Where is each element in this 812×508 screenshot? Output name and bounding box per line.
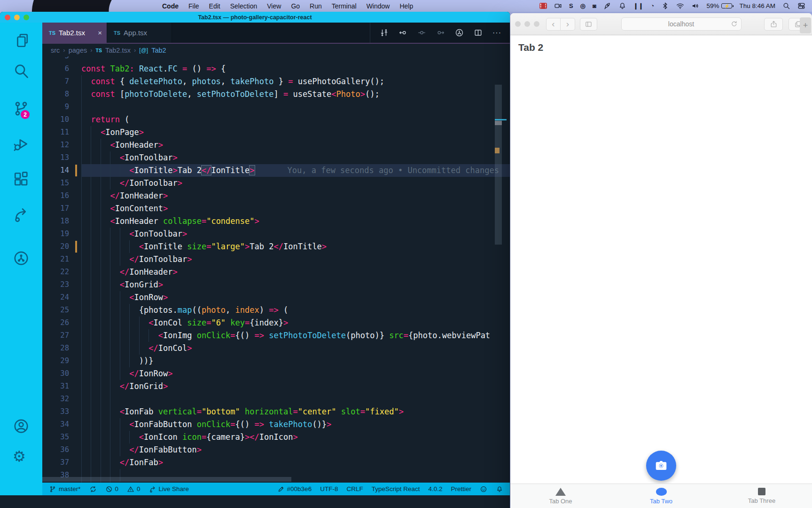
line-number: 31 [42,380,81,393]
sidebar-item-live-share[interactable] [13,206,30,223]
control-center-icon[interactable] [797,2,805,10]
code-editor[interactable]: 56const Tab2: React.FC = () => {7const {… [42,56,510,483]
share-button[interactable] [764,18,783,31]
tab-tab-three[interactable]: Tab Three [711,484,812,508]
breadcrumb-item-file[interactable]: Tab2.tsx [105,47,131,54]
minimize-window-button[interactable] [14,15,20,20]
menu-item-run[interactable]: Run [305,2,327,10]
tab-tab-one[interactable]: Tab One [510,484,611,508]
status-bar-item-eol[interactable]: CRLF [346,485,363,492]
menu-item-terminal[interactable]: Terminal [327,2,361,10]
wifi-icon[interactable] [676,2,684,10]
spotlight-icon[interactable] [782,2,790,10]
indent-guides [81,228,129,240]
status-bar-item-sync[interactable] [89,485,97,493]
status-bar-item-git-branch[interactable]: master* [49,485,81,493]
rocket-icon[interactable] [603,2,611,10]
take-photo-fab-button[interactable] [646,451,676,481]
back-button[interactable]: ‹ [546,18,561,31]
code-token: IonHeader [115,216,158,226]
code-token: < [120,407,125,416]
breadcrumb-item-pages[interactable]: pages [69,47,87,54]
code-token: < [101,127,105,137]
code-token: = [197,407,202,416]
menu-item-selection[interactable]: Selection [226,2,262,10]
more-actions-icon[interactable]: ··· [492,29,501,37]
editor-tab-app-tsx[interactable]: TSApp.tsx [107,23,172,43]
forward-button[interactable]: › [561,18,575,31]
status-bar-item-live-share[interactable]: Live Share [149,485,189,493]
triangle-icon [555,488,566,496]
menu-item-code[interactable]: Code [157,2,183,10]
status-bar-item-language-mode[interactable]: TypeScript React [372,485,420,492]
code-line: 29))} [42,355,510,367]
clock-app-icon[interactable]: ◔ [651,2,655,9]
obs-icon[interactable]: ◙ [593,2,596,9]
status-bar-item-warnings[interactable]: 0 [127,485,141,493]
split-editor-icon[interactable] [474,28,483,37]
sidebar-item-gitlens[interactable] [13,250,30,267]
sidebar-item-extensions[interactable] [13,171,30,188]
bell-icon[interactable] [618,2,626,10]
tab-tab-two[interactable]: Tab Two [611,484,711,508]
tab-label: App.tsx [124,29,147,37]
gitlens-annotations-icon[interactable] [455,28,464,37]
open-changes-icon[interactable] [380,28,389,37]
zoom-window-button[interactable] [534,21,539,27]
sidebar-item-explorer[interactable] [13,32,30,49]
sidebar-item-settings[interactable]: ⚙ [13,448,30,465]
editor-tab-tab2-tsx[interactable]: TSTab2.tsx× [42,23,107,43]
editor-horizontal-scrollbar[interactable] [42,477,291,482]
editor-vertical-scrollbar[interactable] [495,85,502,245]
pause-icon[interactable]: ❙❙ [633,2,644,9]
menu-item-file[interactable]: File [184,2,204,10]
sidebar-item-account[interactable] [13,418,30,435]
status-bar-item-peacock-color[interactable]: #00b3e6 [277,485,312,493]
camcorder-icon[interactable] [554,2,562,10]
line-number: 6 [42,63,81,75]
menu-item-view[interactable]: View [262,2,286,10]
battery-indicator[interactable]: 59% ⚡ [706,2,732,9]
record-icon[interactable]: ◎ [580,2,586,9]
s-app-icon[interactable]: S [569,2,573,9]
status-bar-item-feedback[interactable] [480,485,487,493]
menu-item-help[interactable]: Help [395,2,418,10]
breadcrumb[interactable]: src›pages›TSTab2.tsx›[@]Tab2 [42,44,510,56]
next-change-icon[interactable] [436,28,445,37]
code-token: </ [129,254,139,264]
bluetooth-icon[interactable] [661,2,669,10]
status-bar-item-encoding[interactable]: UTF-8 [320,485,338,492]
code-line: 7const { deletePhoto, photos, takePhoto … [42,75,510,88]
film-icon[interactable] [539,3,547,9]
sidebar-item-run-debug[interactable] [13,135,30,152]
close-window-button[interactable] [515,21,521,27]
status-bar-item-version[interactable]: 4.0.2 [428,485,442,492]
previous-change-icon[interactable] [398,28,407,37]
current-change-icon[interactable] [417,28,426,37]
menu-bar-clock[interactable]: Thu 8:46 AM [739,2,775,9]
vscode-title-bar[interactable]: Tab2.tsx — photo-gallery-capacitor-react [0,12,510,23]
zoom-window-button[interactable] [23,15,29,20]
sidebar-item-search[interactable] [13,63,30,79]
sidebar-button[interactable] [580,18,597,31]
code-text: </IonGrid> [81,380,510,393]
breadcrumb-item-src[interactable]: src [51,47,60,54]
menu-item-go[interactable]: Go [286,2,304,10]
code-token: < [139,242,144,251]
status-bar-item-formatter[interactable]: Prettier [451,485,471,492]
minimize-window-button[interactable] [524,21,530,27]
code-token: index [235,305,259,315]
status-bar-item-notifications[interactable] [496,485,503,493]
close-window-button[interactable] [5,15,10,20]
menu-item-edit[interactable]: Edit [204,2,225,10]
indent-guides [81,367,129,380]
close-tab-icon[interactable]: × [98,29,102,37]
new-tab-button[interactable]: + [800,17,811,33]
volume-icon[interactable] [691,2,699,10]
reload-icon[interactable] [730,20,738,28]
status-bar-item-errors[interactable]: 0 [105,485,119,493]
menu-item-window[interactable]: Window [362,2,395,10]
breadcrumb-item-symbol[interactable]: Tab2 [151,47,166,54]
address-bar[interactable]: localhost [621,17,742,31]
url-text: localhost [668,20,694,28]
